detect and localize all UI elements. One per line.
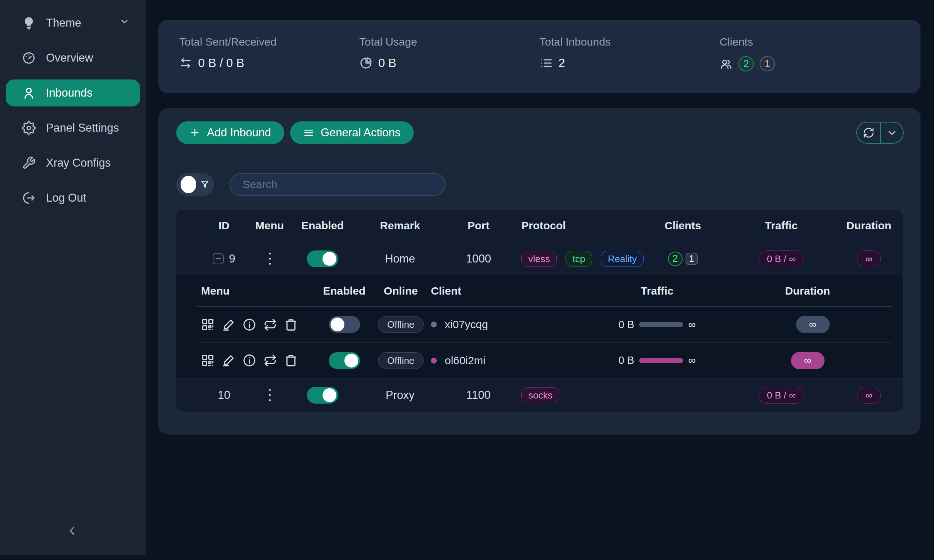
sidebar-item-theme[interactable]: Theme	[6, 9, 140, 37]
refresh-button[interactable]	[857, 123, 880, 143]
info-icon[interactable]	[243, 354, 256, 367]
sidebar-item-panel-settings[interactable]: Panel Settings	[6, 114, 140, 142]
protocol-badge-reality: Reality	[601, 251, 644, 267]
clients-count-badge: 2	[668, 252, 683, 266]
clients-deactivated-badge: 1	[760, 56, 775, 71]
sidebar-item-label: Panel Settings	[46, 122, 119, 135]
main-content: Total Sent/Received 0 B / 0 B Total Usag…	[146, 0, 934, 560]
toolbar: Add Inbound General Actions	[158, 108, 920, 157]
refresh-icon	[863, 127, 874, 138]
row-menu-button[interactable]	[267, 387, 273, 403]
client-name: ol60i2mi	[445, 354, 485, 367]
chevron-down-icon	[886, 127, 898, 138]
stat-label: Total Usage	[359, 36, 539, 48]
logout-icon	[22, 191, 36, 205]
enabled-toggle[interactable]	[307, 251, 338, 267]
column-header-duration: Duration	[835, 220, 903, 232]
column-header-clients: Clients	[638, 220, 727, 232]
plus-icon	[190, 127, 200, 138]
stat-value: 0 B / 0 B	[198, 56, 244, 70]
repeat-icon[interactable]	[264, 354, 277, 367]
sidebar-item-xray-configs[interactable]: Xray Configs	[6, 149, 140, 177]
column-header-protocol: Protocol	[514, 220, 638, 232]
menu-icon	[303, 127, 314, 138]
stat-total-sent-received: Total Sent/Received 0 B / 0 B	[179, 36, 359, 93]
stat-clients: Clients 2 1	[720, 36, 900, 93]
inbound-id: 9	[229, 252, 235, 265]
duration-pill: ∞	[857, 387, 881, 404]
qr-code-icon[interactable]	[201, 354, 214, 367]
trash-icon[interactable]	[284, 318, 298, 331]
stat-value: 0 B	[378, 56, 396, 70]
toggle-knob	[180, 176, 196, 193]
search-input[interactable]	[230, 173, 445, 196]
edit-icon[interactable]	[222, 354, 235, 367]
funnel-icon	[200, 179, 210, 190]
sidebar-collapse-button[interactable]	[61, 520, 83, 542]
traffic-progress-bar	[639, 358, 683, 363]
enabled-toggle[interactable]	[307, 387, 338, 404]
online-status-badge: Offline	[378, 352, 424, 369]
client-duration-pill: ∞	[791, 352, 825, 369]
trash-icon[interactable]	[284, 354, 298, 367]
client-enabled-toggle[interactable]	[329, 352, 360, 369]
sidebar-item-inbounds[interactable]: Inbounds	[6, 80, 140, 106]
subtable-header-row: Menu Enabled Online Client Traffic Durat…	[197, 275, 892, 307]
add-inbound-button[interactable]: Add Inbound	[176, 122, 284, 144]
stats-card: Total Sent/Received 0 B / 0 B Total Usag…	[158, 20, 920, 93]
clients-subtable: Menu Enabled Online Client Traffic Durat…	[176, 275, 903, 378]
clients-active-badge: 2	[738, 56, 754, 71]
filter-toggle[interactable]	[176, 173, 214, 196]
online-status-badge: Offline	[378, 316, 424, 333]
toggle-knob	[331, 318, 344, 331]
refresh-button-group	[856, 122, 904, 144]
sidebar-item-log-out[interactable]: Log Out	[6, 185, 140, 211]
general-actions-button[interactable]: General Actions	[290, 122, 414, 144]
stat-total-usage: Total Usage 0 B	[359, 36, 539, 93]
sidebar-item-overview[interactable]: Overview	[6, 45, 140, 71]
gear-icon	[22, 121, 36, 135]
client-duration-pill: ∞	[796, 316, 830, 333]
duration-pill: ∞	[857, 251, 881, 267]
qr-code-icon[interactable]	[201, 318, 214, 331]
sub-column-header-online: Online	[371, 285, 431, 297]
gauge-icon	[22, 51, 36, 65]
client-enabled-toggle[interactable]	[329, 316, 360, 333]
column-header-port: Port	[443, 220, 514, 232]
toggle-knob	[322, 252, 336, 266]
client-traffic-limit: ∞	[688, 318, 696, 331]
stat-label: Total Sent/Received	[179, 36, 359, 48]
toggle-knob	[344, 354, 358, 368]
clients-deactivated-count-badge: 1	[686, 253, 698, 265]
chevron-left-icon	[65, 524, 79, 538]
auto-refresh-dropdown-button[interactable]	[880, 123, 903, 143]
column-header-id: ID	[197, 220, 251, 232]
traffic-progress-bar	[639, 322, 683, 327]
collapse-row-button[interactable]	[213, 253, 223, 264]
row-menu-button[interactable]	[267, 251, 273, 267]
add-inbound-label: Add Inbound	[207, 126, 271, 139]
sidebar-item-label: Theme	[46, 16, 81, 29]
client-name: xi07ycqg	[445, 318, 488, 331]
transfer-arrows-icon	[179, 57, 192, 70]
table-row: 10 Proxy 1100 socks 0 B / ∞ ∞	[176, 378, 903, 412]
client-traffic-limit: ∞	[688, 354, 696, 366]
inbounds-table: ID Menu Enabled Remark Port Protocol Cli…	[176, 210, 903, 412]
sub-column-header-menu: Menu	[201, 285, 318, 297]
sidebar: Theme Overview Inbounds Panel Settings X…	[0, 0, 146, 555]
edit-icon[interactable]	[222, 318, 235, 331]
sub-column-header-enabled: Enabled	[318, 285, 371, 297]
repeat-icon[interactable]	[264, 318, 277, 331]
sub-column-header-duration: Duration	[723, 285, 892, 297]
client-color-dot	[431, 322, 437, 328]
info-icon[interactable]	[243, 318, 256, 331]
sub-column-header-client: Client	[431, 285, 592, 297]
protocol-badge-vless: vless	[521, 251, 557, 267]
column-header-remark: Remark	[357, 220, 443, 232]
client-row: Offline xi07ycqg 0 B ∞ ∞	[197, 307, 903, 342]
sidebar-item-label: Overview	[46, 51, 93, 65]
stat-total-inbounds: Total Inbounds 2	[539, 36, 720, 93]
pie-chart-icon	[359, 57, 373, 70]
sidebar-item-label: Log Out	[46, 191, 86, 205]
client-traffic-used: 0 B	[618, 318, 635, 331]
